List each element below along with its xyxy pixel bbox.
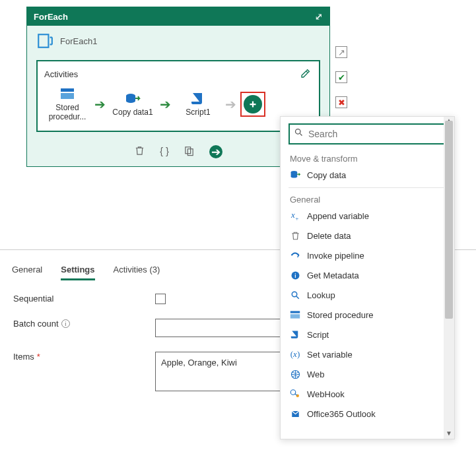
batch-count-text: Batch count xyxy=(13,319,59,329)
activity-option-label: Get Metadata xyxy=(307,271,359,280)
search-icon xyxy=(294,127,304,139)
activity-option-label: Invoke pipeline xyxy=(307,251,364,261)
script-icon xyxy=(190,92,206,105)
batch-count-label: Batch count i xyxy=(13,319,155,329)
activities-label: Activities xyxy=(44,69,78,79)
activity-label: Copy data1 xyxy=(112,108,153,117)
copy-icon[interactable] xyxy=(184,145,195,160)
activity-option-webhook[interactable]: WebHook xyxy=(281,384,454,404)
activity-option-label: Lookup xyxy=(307,290,335,300)
o365-icon xyxy=(290,408,300,419)
svg-point-5 xyxy=(126,99,135,103)
activity-option-label: Delete data xyxy=(307,231,351,241)
xplus-icon: x+ xyxy=(290,210,300,221)
script-icon xyxy=(290,329,300,340)
svg-point-12 xyxy=(291,175,298,177)
svg-rect-1 xyxy=(61,88,74,92)
activity-option-lookup[interactable]: Lookup xyxy=(281,285,454,305)
activity-option-delete-data[interactable]: Delete data xyxy=(281,226,454,245)
svg-point-9 xyxy=(296,129,301,135)
items-text: Items xyxy=(13,352,34,362)
separator xyxy=(289,187,446,188)
arrow-icon: ➔ xyxy=(94,96,106,112)
svg-point-15 xyxy=(292,292,297,297)
foreach-icon xyxy=(36,32,53,49)
status-pending-icon[interactable]: ↗ xyxy=(335,46,347,58)
group-header: Move & transform xyxy=(281,150,454,165)
arrow-icon: ➔ xyxy=(225,96,236,112)
tab-activities[interactable]: Activities (3) xyxy=(114,261,160,280)
svg-rect-2 xyxy=(61,93,74,99)
activity-option-label: Append variable xyxy=(307,211,369,221)
activity-search-input[interactable] xyxy=(289,123,446,145)
activity-picker-panel: Move & transformCopy dataGeneralx+Append… xyxy=(280,116,455,439)
required-asterisk: * xyxy=(37,352,40,362)
activity-option-label: Script xyxy=(307,330,329,340)
activity-option-web[interactable]: Web xyxy=(281,364,454,384)
scroll-down-icon[interactable]: ▼ xyxy=(444,430,454,439)
activity-option-label: Stored procedure xyxy=(307,310,373,320)
hook-icon xyxy=(290,389,300,399)
activity-option-set-variable[interactable]: (x)Set variable xyxy=(281,344,454,364)
copy-icon xyxy=(290,170,300,180)
activity-script[interactable]: Script1 xyxy=(175,92,221,117)
add-activity-button[interactable] xyxy=(244,95,262,113)
search-icon xyxy=(290,290,300,300)
scrollbar[interactable]: ▲ ▼ xyxy=(444,117,454,439)
tab-settings[interactable]: Settings xyxy=(61,261,94,280)
edit-activities-icon[interactable] xyxy=(299,67,312,82)
status-success-icon[interactable]: ✔ xyxy=(335,71,347,83)
web-icon xyxy=(290,369,300,379)
add-activity-highlight xyxy=(240,92,265,117)
go-icon[interactable]: ➔ xyxy=(209,145,222,158)
expand-icon[interactable]: ⤢ xyxy=(315,11,323,22)
activity-option-office365-outlook[interactable]: Office365 Outlook xyxy=(281,404,454,424)
foreach-header: ForEach ⤢ xyxy=(27,7,329,26)
foreach-node-title: ForEach1 xyxy=(60,36,97,46)
activity-option-append-variable[interactable]: x+Append variable xyxy=(281,206,454,226)
pipeline-row: Stored procedur... ➔ Copy data1 ➔ Script… xyxy=(44,87,312,121)
sp-icon xyxy=(290,309,300,320)
svg-rect-17 xyxy=(290,314,300,318)
pipe-icon xyxy=(290,250,300,261)
activity-option-copy-data[interactable]: Copy data xyxy=(281,165,454,185)
activity-option-label: Office365 Outlook xyxy=(307,409,376,419)
info-icon[interactable]: i xyxy=(61,319,70,328)
activity-option-label: Set variable xyxy=(307,350,353,360)
activity-list: Move & transformCopy dataGeneralx+Append… xyxy=(281,150,454,424)
setvar-icon: (x) xyxy=(290,349,300,360)
scroll-thumb[interactable] xyxy=(445,121,453,319)
copy-data-icon xyxy=(125,92,141,105)
tab-general[interactable]: General xyxy=(12,261,42,280)
activity-option-label: WebHook xyxy=(307,389,345,399)
status-fail-icon[interactable]: ✖ xyxy=(335,96,347,108)
trash-icon xyxy=(290,230,300,241)
info-icon: i xyxy=(290,270,300,280)
side-status-column: ↗ ✔ ✖ xyxy=(335,46,347,108)
sequential-checkbox[interactable] xyxy=(155,294,166,304)
activity-option-label: Web xyxy=(307,370,325,379)
activity-option-label: Copy data xyxy=(307,170,346,180)
activity-option-get-metadata[interactable]: iGet Metadata xyxy=(281,265,454,285)
arrow-icon: ➔ xyxy=(160,96,171,112)
activity-option-script[interactable]: Script xyxy=(281,325,454,344)
delete-icon[interactable] xyxy=(134,145,145,160)
svg-rect-0 xyxy=(38,34,48,48)
items-label: Items * xyxy=(13,352,155,362)
activity-option-invoke-pipeline[interactable]: Invoke pipeline xyxy=(281,245,454,265)
stored-procedure-icon xyxy=(59,87,75,100)
activity-copy-data[interactable]: Copy data1 xyxy=(110,92,156,117)
sequential-label: Sequential xyxy=(13,294,155,304)
activity-option-stored-procedure[interactable]: Stored procedure xyxy=(281,305,454,325)
activity-label: Stored procedur... xyxy=(44,103,90,121)
foreach-title-row: ForEach1 xyxy=(27,26,329,53)
braces-icon[interactable]: { } xyxy=(160,145,169,160)
svg-text:i: i xyxy=(294,273,296,278)
activities-box: Activities Stored procedur... ➔ Copy dat… xyxy=(36,60,320,132)
activity-stored-procedure[interactable]: Stored procedur... xyxy=(44,87,90,121)
svg-rect-16 xyxy=(290,311,300,313)
foreach-header-title: ForEach xyxy=(34,12,68,22)
group-header: General xyxy=(281,191,454,206)
activity-label: Script1 xyxy=(186,108,210,117)
